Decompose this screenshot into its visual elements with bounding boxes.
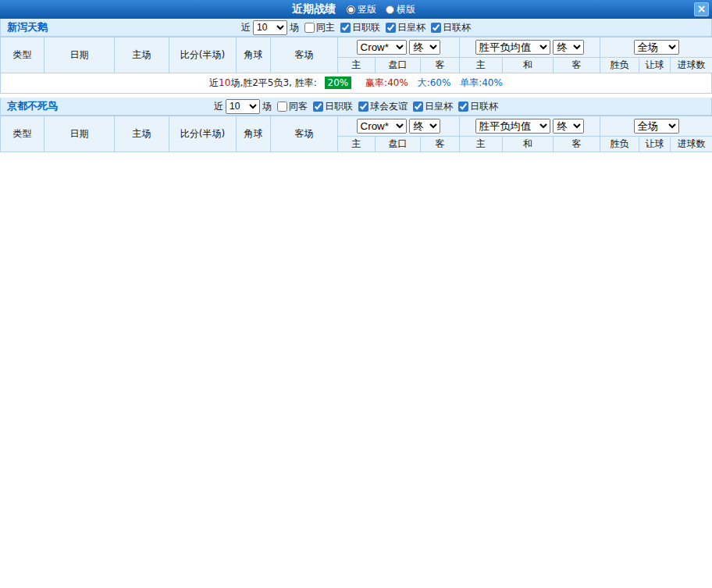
- view-option-radio-horizontal[interactable]: [386, 5, 394, 14]
- handicap-rate: 赢率:40%: [365, 77, 408, 88]
- team-section-niigata: 新泻天鹅 近 10 场 同主日职联日皇杯日联杯 类型 日期 主场 比分(半: [0, 19, 712, 94]
- odds-source-header: Crow* 终: [338, 116, 460, 137]
- odds-final-select[interactable]: 终: [409, 40, 440, 55]
- win-rate-badge: 20%: [325, 77, 352, 89]
- scope-header: 全场: [600, 37, 712, 58]
- filter-checkbox-label: 日职联: [352, 21, 380, 34]
- section-header: 京都不死鸟 近 10 场 同客日职联球会友谊日皇杯日联杯: [0, 98, 712, 116]
- filter-checkbox-label: 同客: [289, 100, 308, 113]
- match-count-select[interactable]: 10: [226, 99, 260, 114]
- col-mean-draw: 和: [503, 137, 554, 152]
- filter-checkbox-same-away[interactable]: 同客: [277, 100, 308, 113]
- col-home-odds: 主: [338, 58, 376, 73]
- matches-label: 场: [290, 21, 299, 34]
- single-rate: 单率:40%: [460, 77, 503, 88]
- mean-odds-select[interactable]: 胜平负均值: [475, 40, 550, 55]
- col-type: 类型: [1, 37, 44, 73]
- col-home-odds: 主: [338, 137, 376, 152]
- col-type: 类型: [1, 116, 44, 152]
- col-mean-home: 主: [460, 58, 503, 73]
- filter-checkbox-input-club-friendly[interactable]: [358, 102, 368, 112]
- filter-checkbox-input-j1-league[interactable]: [313, 102, 323, 112]
- scope-select[interactable]: 全场: [634, 119, 679, 134]
- summary-count: 10: [219, 77, 230, 88]
- filter-checkbox-emperor-cup[interactable]: 日皇杯: [386, 21, 425, 34]
- col-handicap-result: 让球: [639, 137, 671, 152]
- filter-checkbox-j1-league[interactable]: 日职联: [340, 21, 380, 34]
- filter-checkbox-emperor-cup[interactable]: 日皇杯: [413, 100, 453, 113]
- filter-checkbox-j1-league[interactable]: 日职联: [313, 100, 353, 113]
- mean-final-select[interactable]: 终: [553, 40, 584, 55]
- filter-checkbox-label: 日皇杯: [425, 100, 453, 113]
- filter-checkbox-league-cup[interactable]: 日联杯: [458, 100, 498, 113]
- near-label: 近: [214, 100, 223, 113]
- col-away: 客场: [271, 116, 338, 152]
- team-title: 京都不死鸟: [7, 99, 58, 113]
- col-away-odds: 客: [421, 137, 460, 152]
- col-date: 日期: [44, 116, 115, 152]
- filter-bar: 近 10 场 同客日职联球会友谊日皇杯日联杯: [214, 99, 498, 114]
- league-filter-group: 同客日职联球会友谊日皇杯日联杯: [272, 100, 498, 113]
- filter-checkbox-label: 日联杯: [470, 100, 498, 113]
- odds-source-select[interactable]: Crow*: [357, 40, 407, 55]
- titlebar: 近期战绩 竖版横版 ×: [0, 0, 712, 19]
- col-date: 日期: [44, 37, 115, 73]
- col-score: 比分(半场): [169, 116, 237, 152]
- scope-header: 全场: [600, 116, 712, 137]
- stats-summary: 近10场,胜2平5负3, 胜率: 20% 赢率:40% 大:60% 单率:40%: [0, 73, 712, 94]
- odds-source-select[interactable]: Crow*: [357, 119, 407, 134]
- filter-checkbox-input-same-home[interactable]: [304, 23, 315, 33]
- col-result: 胜负: [600, 137, 639, 152]
- col-mean-draw: 和: [503, 58, 554, 73]
- matches-label: 场: [262, 100, 272, 113]
- match-count-select[interactable]: 10: [253, 20, 287, 35]
- team-title: 新泻天鹅: [7, 20, 48, 34]
- view-option-radio-vertical[interactable]: [347, 5, 355, 14]
- col-away: 客场: [271, 37, 338, 73]
- filter-checkbox-input-emperor-cup[interactable]: [413, 102, 423, 112]
- filter-checkbox-label: 日皇杯: [397, 21, 425, 34]
- col-goals: 进球数: [671, 137, 712, 152]
- filter-checkbox-input-league-cup[interactable]: [458, 102, 468, 112]
- near-label: 近: [241, 21, 251, 34]
- mean-odds-header: 胜平负均值 终: [460, 37, 600, 58]
- col-away-odds: 客: [421, 58, 460, 73]
- odds-final-select[interactable]: 终: [409, 119, 440, 134]
- col-mean-away: 客: [554, 58, 600, 73]
- view-option-vertical[interactable]: 竖版: [347, 3, 376, 16]
- filter-checkbox-league-cup[interactable]: 日联杯: [431, 21, 471, 34]
- window-title: 近期战绩: [292, 2, 336, 16]
- col-home: 主场: [115, 37, 169, 73]
- filter-checkbox-input-league-cup[interactable]: [431, 23, 441, 33]
- view-option-horizontal[interactable]: 横版: [386, 3, 415, 16]
- big-rate: 大:60%: [418, 77, 451, 88]
- filter-checkbox-label: 同主: [316, 21, 335, 34]
- filter-checkbox-club-friendly[interactable]: 球会友谊: [358, 100, 408, 113]
- col-handicap-result: 让球: [639, 58, 671, 73]
- filter-checkbox-same-home[interactable]: 同主: [304, 21, 335, 34]
- mean-odds-select[interactable]: 胜平负均值: [475, 119, 550, 134]
- col-corner: 角球: [237, 116, 271, 152]
- summary-record: 场,胜2平5负3, 胜率:: [230, 77, 316, 88]
- matches-table: 类型 日期 主场 比分(半场) 角球 客场 Crow* 终 胜平负均值 终: [0, 37, 712, 73]
- filter-bar: 近 10 场 同主日职联日皇杯日联杯: [241, 20, 471, 35]
- col-handicap: 盘口: [376, 137, 421, 152]
- col-mean-home: 主: [460, 137, 503, 152]
- col-home: 主场: [115, 116, 169, 152]
- filter-checkbox-input-same-away[interactable]: [277, 102, 287, 112]
- mean-final-select[interactable]: 终: [553, 119, 584, 134]
- filter-checkbox-label: 日联杯: [443, 21, 471, 34]
- col-handicap: 盘口: [376, 58, 421, 73]
- league-filter-group: 同主日职联日皇杯日联杯: [299, 21, 471, 34]
- summary-near: 近: [209, 77, 219, 88]
- col-mean-away: 客: [554, 137, 600, 152]
- filter-checkbox-input-j1-league[interactable]: [340, 23, 351, 33]
- view-option-label: 横版: [397, 3, 415, 16]
- filter-checkbox-input-emperor-cup[interactable]: [386, 23, 396, 33]
- scope-select[interactable]: 全场: [634, 40, 679, 55]
- matches-table: 类型 日期 主场 比分(半场) 角球 客场 Crow* 终 胜平负均值 终: [0, 116, 712, 152]
- odds-source-header: Crow* 终: [338, 37, 460, 58]
- close-button[interactable]: ×: [694, 2, 709, 16]
- col-result: 胜负: [600, 58, 639, 73]
- col-corner: 角球: [237, 37, 271, 73]
